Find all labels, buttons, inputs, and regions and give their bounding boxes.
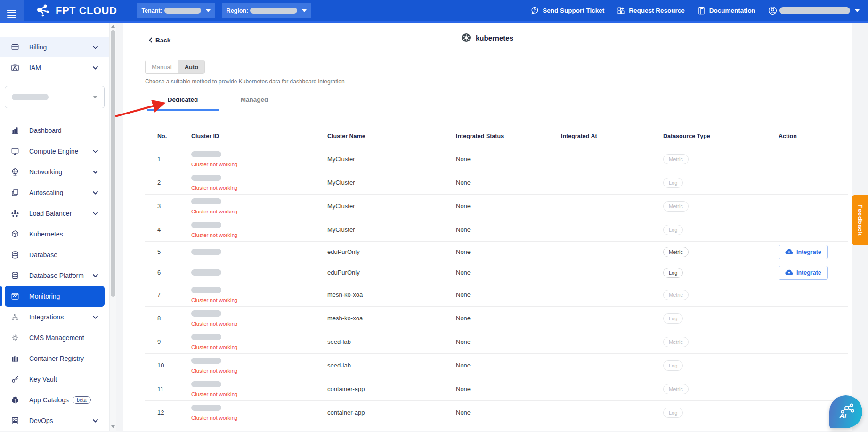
cluster-error-text: Cluster not working — [191, 232, 327, 238]
sidebar-item-label: Monitoring — [29, 293, 60, 300]
action-cell: Integrate — [779, 245, 848, 259]
sidebar-item-label: Compute Engine — [29, 147, 78, 155]
chevron-down-icon — [90, 171, 100, 174]
topbar-link-documentation[interactable]: Documentation — [697, 6, 755, 15]
scrollbar-thumb[interactable] — [111, 30, 115, 297]
back-link[interactable]: Back — [149, 37, 170, 44]
feedback-label: Feedback — [857, 204, 864, 236]
topbar-link-request-resource[interactable]: Request Resource — [617, 6, 685, 15]
sidebar-item-billing[interactable]: Billing — [0, 37, 109, 57]
user-circle-icon — [768, 6, 778, 16]
cluster-id-cell — [191, 269, 327, 276]
cluster-name: MyCluster — [327, 155, 456, 163]
sidebar-item-compute-engine[interactable]: Compute Engine — [0, 141, 109, 162]
sidebar-item-app-catalogs[interactable]: App Catalogsbeta — [0, 390, 109, 410]
row-number: 7 — [145, 291, 191, 298]
sidebar-item-networking[interactable]: Networking — [0, 162, 109, 182]
scroll-down-icon[interactable] — [111, 425, 115, 428]
table-row: 11Cluster not workingcontainer-appNoneMe… — [145, 377, 848, 401]
sidebar-item-dashboard[interactable]: Dashboard — [0, 120, 109, 141]
brand-logo: FPT CLOUD — [36, 4, 117, 18]
datasource-type-badge: Log — [663, 313, 683, 324]
topbar-actions: Send Support TicketRequest ResourceDocum… — [530, 6, 868, 16]
tab-dedicated[interactable]: Dedicated — [147, 96, 219, 111]
cluster-id-cell: Cluster not working — [191, 405, 327, 421]
datasource-type-cell: Metric — [663, 384, 779, 394]
topbar-link-send-support-ticket[interactable]: Send Support Ticket — [530, 6, 604, 15]
sidebar-item-monitoring[interactable]: Monitoring — [5, 286, 105, 307]
row-number: 11 — [145, 385, 191, 392]
datasource-type-badge: Log — [663, 360, 683, 371]
datasource-type-cell: Log — [663, 360, 779, 371]
sidebar-item-container-registry[interactable]: Container Registry — [0, 348, 109, 369]
integrated-status: None — [456, 315, 561, 322]
region-value-redacted — [250, 8, 297, 14]
cluster-error-text: Cluster not working — [191, 321, 327, 326]
sidebar-scrollbar[interactable] — [109, 23, 116, 431]
sidebar-item-database-platform[interactable]: Database Platform — [0, 265, 109, 286]
integrated-status: None — [456, 155, 561, 163]
region-select[interactable]: Region: — [222, 3, 312, 18]
load-balancer-nodes-icon — [10, 209, 20, 218]
sidebar-item-load-balancer[interactable]: Load Balancer — [0, 203, 109, 224]
row-number: 3 — [145, 203, 191, 210]
sidebar-item-iam[interactable]: IAM — [0, 57, 109, 78]
table-row: 2Cluster not workingMyClusterNoneLog — [145, 171, 848, 195]
cluster-id-redacted — [191, 175, 221, 181]
documentation-icon — [697, 6, 706, 15]
mode-option-auto[interactable]: Auto — [178, 60, 205, 73]
column-header-integrated-at: Integrated At — [561, 133, 663, 139]
sidebar-item-devops[interactable]: DevOps — [0, 410, 109, 431]
sidebar-item-label: DevOps — [29, 417, 53, 424]
integrated-status: None — [456, 226, 561, 233]
chevron-down-icon — [90, 212, 100, 215]
sidebar-item-cms-management[interactable]: CMS Management — [0, 327, 109, 348]
cms-gear-icon — [10, 334, 20, 342]
cluster-id-redacted — [191, 222, 221, 228]
integrate-button[interactable]: Integrate — [779, 266, 828, 280]
networking-globe-icon — [10, 168, 20, 176]
topbar-link-label: Send Support Ticket — [543, 7, 604, 14]
cluster-id-redacted — [191, 358, 221, 364]
cluster-id-cell: Cluster not working — [191, 381, 327, 397]
sidebar-item-autoscaling[interactable]: Autoscaling — [0, 182, 109, 203]
menu-toggle-button[interactable] — [0, 0, 24, 21]
chevron-down-icon — [90, 419, 100, 423]
scroll-up-icon[interactable] — [111, 25, 115, 28]
sidebar-item-label: Load Balancer — [29, 210, 72, 217]
integrations-sitemap-icon — [10, 313, 20, 321]
row-number: 10 — [145, 362, 191, 369]
region-label: Region: — [227, 8, 249, 14]
ai-assistant-button[interactable]: AI — [829, 395, 862, 428]
feedback-button[interactable]: Feedback — [852, 195, 868, 245]
table-row: 5eduPurOnlyNoneMetricIntegrate — [145, 242, 848, 262]
sidebar-item-key-vault[interactable]: Key Vault — [0, 369, 109, 390]
clusters-table: No.Cluster IDCluster NameIntegrated Stat… — [145, 125, 848, 424]
caret-down-icon — [855, 9, 860, 12]
user-menu[interactable] — [768, 6, 860, 16]
header-divider — [123, 51, 852, 51]
mode-option-manual[interactable]: Manual — [146, 60, 178, 73]
row-number: 8 — [145, 315, 191, 322]
row-number: 5 — [145, 248, 191, 255]
datasource-type-badge: Metric — [663, 201, 689, 212]
username-redacted — [779, 7, 850, 14]
sidebar-item-label: Database — [29, 251, 57, 259]
page-title: kubernetes — [462, 33, 513, 42]
project-select[interactable] — [5, 86, 105, 108]
caret-down-icon — [302, 9, 307, 12]
sidebar-item-integrations[interactable]: Integrations — [0, 307, 109, 327]
integrated-status: None — [456, 338, 561, 345]
integrate-button[interactable]: Integrate — [779, 245, 828, 259]
sidebar-item-label: Networking — [29, 168, 62, 176]
tenant-select[interactable]: Tenant: — [137, 3, 215, 18]
datasource-type-cell: Log — [663, 225, 779, 235]
app-catalogs-cube-icon — [10, 396, 20, 404]
sidebar-item-database[interactable]: Database — [0, 245, 109, 265]
cluster-error-text: Cluster not working — [191, 368, 327, 374]
integrated-status: None — [456, 269, 561, 276]
tab-managed[interactable]: Managed — [219, 96, 290, 111]
row-number: 2 — [145, 179, 191, 186]
sidebar-item-kubernetes[interactable]: Kubernetes — [0, 224, 109, 245]
main-content: Back kubernetes — [123, 23, 852, 431]
